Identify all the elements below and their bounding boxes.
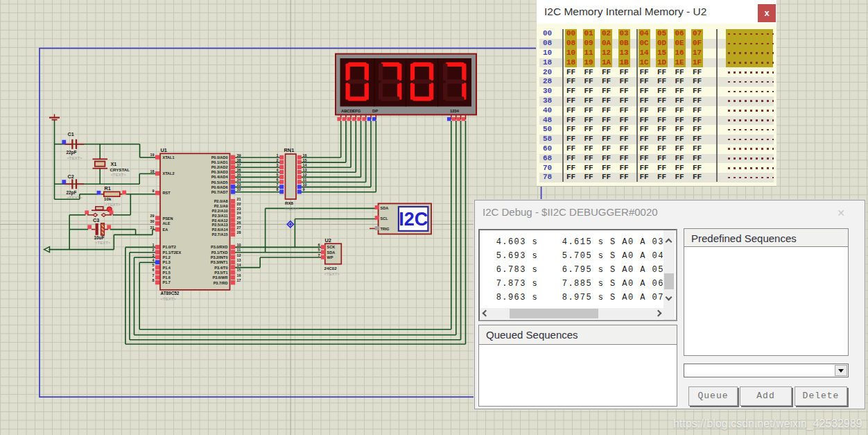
svg-text:DP: DP [372, 109, 378, 113]
svg-text:P1.1/T2EX: P1.1/T2EX [163, 250, 182, 255]
svg-text:38: 38 [237, 158, 241, 162]
svg-text:39: 39 [237, 153, 241, 157]
svg-text:13: 13 [237, 258, 241, 262]
svg-text:<TEXT>: <TEXT> [284, 207, 300, 211]
svg-text:7: 7 [277, 182, 279, 187]
svg-text:P0.0/AD0: P0.0/AD0 [211, 155, 228, 160]
svg-text:18: 18 [150, 169, 155, 173]
svg-text:TRIG: TRIG [381, 227, 390, 231]
svg-text:3: 3 [277, 163, 279, 167]
svg-text:XTAL1: XTAL1 [163, 155, 175, 160]
svg-text:P1.2: P1.2 [163, 255, 171, 259]
svg-text:<TEXT>: <TEXT> [105, 203, 121, 207]
svg-text:P0.5/AD5: P0.5/AD5 [211, 180, 228, 185]
svg-text:8: 8 [277, 187, 279, 191]
svg-text:5: 5 [277, 173, 279, 177]
svg-text:11: 11 [237, 248, 241, 252]
svg-text:7: 7 [318, 253, 320, 257]
svg-text:19: 19 [150, 153, 155, 157]
svg-text:1: 1 [277, 153, 279, 157]
svg-text:P3.5/T1: P3.5/T1 [214, 271, 227, 275]
svg-text:WP: WP [327, 255, 333, 259]
svg-text:37: 37 [237, 163, 241, 167]
svg-text:28: 28 [237, 230, 241, 234]
svg-text:27: 27 [237, 225, 241, 230]
svg-text:6: 6 [277, 178, 279, 182]
svg-text:C2: C2 [68, 173, 74, 180]
svg-text:10k: 10k [104, 196, 112, 201]
svg-text:3: 3 [153, 253, 155, 257]
svg-text:12: 12 [237, 253, 241, 257]
svg-text:P3.4/T0: P3.4/T0 [214, 266, 227, 270]
svg-text:17: 17 [237, 278, 241, 282]
svg-text:30: 30 [150, 219, 155, 223]
svg-text:P1.3: P1.3 [163, 260, 171, 264]
svg-text:10: 10 [303, 182, 307, 187]
svg-text:EA: EA [163, 228, 168, 232]
svg-text:6: 6 [153, 268, 155, 272]
svg-text:C3: C3 [93, 217, 99, 223]
svg-text:XTAL2: XTAL2 [163, 171, 175, 176]
svg-text:5: 5 [318, 248, 320, 252]
svg-text:P2.7/A15: P2.7/A15 [212, 232, 228, 237]
svg-text:P3.7/RD: P3.7/RD [214, 281, 228, 285]
svg-text:P2.0/A8: P2.0/A8 [214, 199, 228, 203]
svg-text:5: 5 [153, 263, 155, 267]
svg-text:7: 7 [153, 273, 155, 278]
svg-text:PSEN: PSEN [163, 216, 173, 221]
svg-text:15: 15 [237, 268, 241, 272]
svg-text:31: 31 [150, 225, 155, 230]
svg-text:U1: U1 [161, 147, 167, 153]
svg-text:33: 33 [237, 182, 241, 187]
svg-text:P3.2/INT0: P3.2/INT0 [211, 255, 228, 259]
svg-text:AT89C52: AT89C52 [161, 291, 180, 296]
svg-text:34: 34 [237, 178, 241, 182]
svg-text:36: 36 [237, 168, 241, 172]
svg-text:<TEXT>: <TEXT> [67, 196, 83, 200]
svg-text:29: 29 [150, 214, 155, 218]
svg-text:P2.1/A9: P2.1/A9 [214, 204, 228, 208]
svg-text:P0.3/AD3: P0.3/AD3 [211, 170, 228, 174]
svg-text:P2.2/A10: P2.2/A10 [212, 209, 228, 213]
svg-text:1: 1 [153, 243, 155, 247]
svg-text:P2.3/A11: P2.3/A11 [212, 214, 228, 218]
svg-text:22pF: 22pF [67, 150, 77, 155]
svg-text:U2: U2 [325, 237, 331, 244]
svg-text:16: 16 [237, 273, 241, 278]
svg-text:10uF: 10uF [94, 235, 105, 240]
svg-text:<TEXT>: <TEXT> [111, 173, 127, 177]
svg-text:C1: C1 [68, 131, 74, 137]
svg-text:SDA: SDA [327, 250, 336, 255]
svg-text:4: 4 [153, 258, 155, 262]
svg-text:SDA: SDA [381, 206, 389, 210]
svg-text:P0.4/AD4: P0.4/AD4 [211, 175, 229, 179]
svg-text:<TEXT>: <TEXT> [161, 297, 177, 301]
svg-text:SCK: SCK [327, 245, 336, 249]
svg-text:<TEXT>: <TEXT> [95, 241, 111, 245]
svg-text:9: 9 [153, 189, 155, 193]
svg-text:6: 6 [318, 243, 320, 247]
svg-text:P1.6: P1.6 [163, 275, 171, 280]
svg-text:25: 25 [237, 216, 241, 220]
svg-text:ALE: ALE [163, 221, 171, 225]
svg-text:4: 4 [277, 168, 279, 172]
svg-text:RN1: RN1 [284, 147, 295, 153]
svg-text:R1: R1 [105, 185, 111, 191]
svg-text:P1.0/T2: P1.0/T2 [163, 245, 176, 249]
svg-text:P0.7/AD7: P0.7/AD7 [211, 190, 228, 194]
svg-text:RST: RST [163, 191, 171, 195]
svg-text:2: 2 [277, 158, 279, 162]
svg-text:35: 35 [237, 173, 241, 177]
svg-text:P0.1/AD1: P0.1/AD1 [211, 160, 228, 164]
svg-text:24C02: 24C02 [324, 266, 338, 271]
svg-text:11: 11 [303, 178, 307, 182]
svg-text:22: 22 [237, 202, 241, 206]
svg-text:I2C: I2C [399, 209, 428, 230]
svg-text:P3.6/WR: P3.6/WR [212, 275, 227, 280]
svg-text:P1.7: P1.7 [163, 280, 171, 284]
svg-text:P1.5: P1.5 [163, 271, 171, 275]
svg-text:<TEXT>: <TEXT> [67, 156, 83, 160]
svg-text:P2.4/A12: P2.4/A12 [212, 219, 228, 223]
svg-text:9: 9 [303, 187, 305, 191]
svg-text:P3.1/TXD: P3.1/TXD [211, 250, 228, 255]
